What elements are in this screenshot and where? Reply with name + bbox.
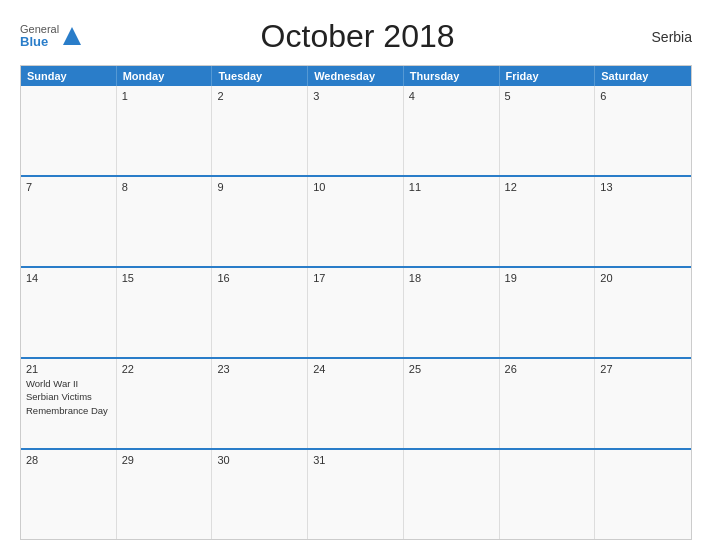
cal-cell: 31 [308, 450, 404, 539]
day-number: 1 [122, 90, 207, 102]
day-number: 21 [26, 363, 111, 375]
day-number: 22 [122, 363, 207, 375]
calendar-page: General Blue October 2018 Serbia Sunday … [0, 0, 712, 550]
cal-cell: 5 [500, 86, 596, 175]
cal-cell: 14 [21, 268, 117, 357]
event-label: World War II Serbian Victims Remembrance… [26, 378, 108, 416]
cal-cell [595, 450, 691, 539]
calendar-title: October 2018 [83, 18, 632, 55]
col-header-thursday: Thursday [404, 66, 500, 86]
cal-cell: 18 [404, 268, 500, 357]
day-number: 31 [313, 454, 398, 466]
cal-cell: 7 [21, 177, 117, 266]
cal-cell [21, 86, 117, 175]
day-number: 16 [217, 272, 302, 284]
day-number: 24 [313, 363, 398, 375]
cal-cell: 23 [212, 359, 308, 448]
cal-cell: 11 [404, 177, 500, 266]
cal-cell: 28 [21, 450, 117, 539]
day-number: 19 [505, 272, 590, 284]
cal-cell: 9 [212, 177, 308, 266]
country-label: Serbia [632, 29, 692, 45]
col-header-tuesday: Tuesday [212, 66, 308, 86]
calendar-week-2: 78910111213 [21, 177, 691, 268]
col-header-wednesday: Wednesday [308, 66, 404, 86]
calendar-week-3: 14151617181920 [21, 268, 691, 359]
cal-cell: 10 [308, 177, 404, 266]
day-number: 8 [122, 181, 207, 193]
cal-cell: 16 [212, 268, 308, 357]
cal-cell: 30 [212, 450, 308, 539]
day-number: 27 [600, 363, 686, 375]
day-number: 18 [409, 272, 494, 284]
day-number: 23 [217, 363, 302, 375]
cal-cell: 27 [595, 359, 691, 448]
cal-cell: 17 [308, 268, 404, 357]
day-number: 3 [313, 90, 398, 102]
calendar-body: 123456789101112131415161718192021World W… [21, 86, 691, 539]
cal-cell: 29 [117, 450, 213, 539]
cal-cell: 19 [500, 268, 596, 357]
col-header-saturday: Saturday [595, 66, 691, 86]
day-number: 4 [409, 90, 494, 102]
cal-cell: 6 [595, 86, 691, 175]
calendar-week-5: 28293031 [21, 450, 691, 539]
day-number: 10 [313, 181, 398, 193]
calendar-header-row: Sunday Monday Tuesday Wednesday Thursday… [21, 66, 691, 86]
day-number: 15 [122, 272, 207, 284]
day-number: 13 [600, 181, 686, 193]
day-number: 12 [505, 181, 590, 193]
day-number: 6 [600, 90, 686, 102]
cal-cell: 4 [404, 86, 500, 175]
logo-blue-text: Blue [20, 35, 59, 49]
calendar-week-4: 21World War II Serbian Victims Remembran… [21, 359, 691, 450]
cal-cell: 1 [117, 86, 213, 175]
day-number: 26 [505, 363, 590, 375]
day-number: 11 [409, 181, 494, 193]
col-header-sunday: Sunday [21, 66, 117, 86]
day-number: 17 [313, 272, 398, 284]
svg-marker-0 [63, 27, 81, 45]
cal-cell: 26 [500, 359, 596, 448]
col-header-monday: Monday [117, 66, 213, 86]
logo-flag-icon [61, 25, 83, 47]
cal-cell: 22 [117, 359, 213, 448]
cal-cell [404, 450, 500, 539]
cal-cell: 12 [500, 177, 596, 266]
cal-cell [500, 450, 596, 539]
day-number: 25 [409, 363, 494, 375]
header: General Blue October 2018 Serbia [20, 18, 692, 55]
cal-cell: 15 [117, 268, 213, 357]
calendar-grid: Sunday Monday Tuesday Wednesday Thursday… [20, 65, 692, 540]
day-number: 2 [217, 90, 302, 102]
cal-cell: 8 [117, 177, 213, 266]
day-number: 5 [505, 90, 590, 102]
calendar-week-1: 123456 [21, 86, 691, 177]
day-number: 29 [122, 454, 207, 466]
day-number: 30 [217, 454, 302, 466]
col-header-friday: Friday [500, 66, 596, 86]
cal-cell: 20 [595, 268, 691, 357]
cal-cell: 21World War II Serbian Victims Remembran… [21, 359, 117, 448]
day-number: 28 [26, 454, 111, 466]
day-number: 7 [26, 181, 111, 193]
cal-cell: 24 [308, 359, 404, 448]
cal-cell: 3 [308, 86, 404, 175]
day-number: 20 [600, 272, 686, 284]
cal-cell: 13 [595, 177, 691, 266]
cal-cell: 2 [212, 86, 308, 175]
logo: General Blue [20, 23, 83, 49]
day-number: 14 [26, 272, 111, 284]
cal-cell: 25 [404, 359, 500, 448]
day-number: 9 [217, 181, 302, 193]
